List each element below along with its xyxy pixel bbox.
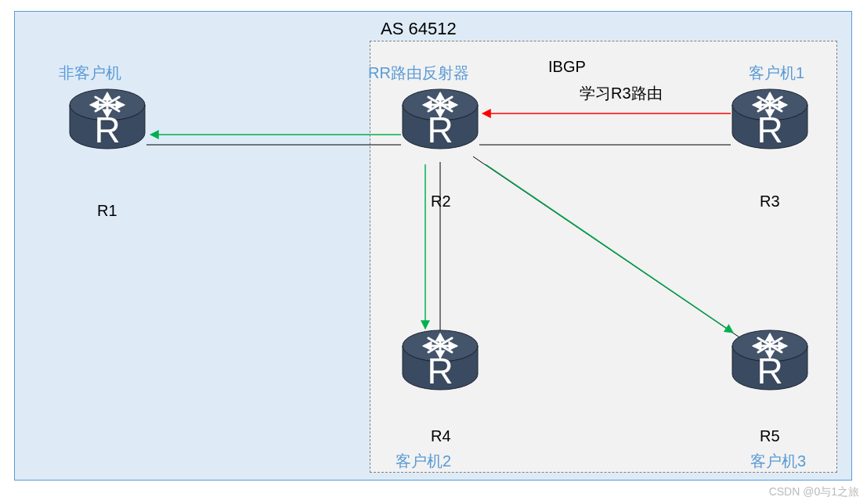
label-r5-role: 客户机3: [750, 451, 806, 472]
router-r2-icon: [401, 86, 479, 160]
label-r4-role: 客户机2: [396, 451, 451, 472]
label-r3-role: 客户机1: [749, 63, 804, 84]
router-r1-icon: [68, 86, 146, 160]
router-r5-icon: [731, 327, 809, 401]
label-r2-role: RR路由反射器: [368, 63, 469, 84]
watermark-text: CSDN @0与1之旅: [769, 485, 859, 499]
label-r1-role: 非客户机: [59, 63, 121, 84]
router-r4-icon: [401, 327, 479, 401]
router-name-r5: R5: [760, 427, 780, 445]
edge-label-r3r2: 学习R3路由: [580, 83, 663, 104]
router-name-r1: R1: [97, 202, 117, 220]
router-name-r3: R3: [760, 193, 780, 211]
ibgp-label: IBGP: [548, 58, 586, 76]
router-r3-icon: [731, 86, 809, 160]
router-name-r4: R4: [431, 427, 451, 445]
router-name-r2: R2: [431, 193, 451, 211]
as-title: AS 64512: [381, 19, 457, 39]
